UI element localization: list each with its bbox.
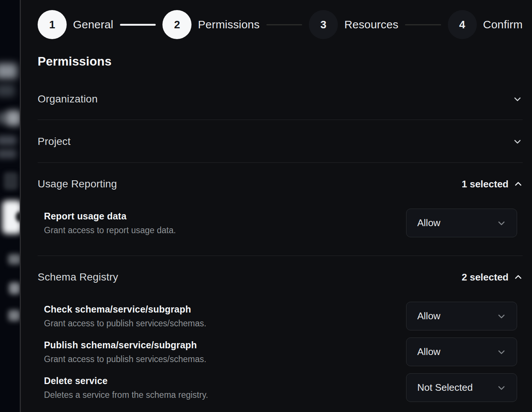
stepper-connector-complete [120,24,156,26]
dropdown-value: Not Selected [417,382,473,393]
dropdown-value: Allow [417,217,440,229]
dropdown-value: Allow [417,310,440,322]
step-1-label: General [73,18,113,31]
permission-row-text: Delete service Deletes a service from th… [44,375,208,400]
dropdown-value: Allow [417,346,440,358]
permission-row-check-schema: Check schema/service/subgraph Grant acce… [44,302,517,330]
step-1-circle: 1 [38,10,67,39]
permission-row-publish-schema: Publish schema/service/subgraph Grant ac… [44,337,517,366]
section-title-organization: Organization [38,93,98,105]
chevron-down-icon [497,383,506,392]
panel-left-border [20,0,21,412]
permission-description: Grant access to publish services/schemas… [44,318,206,329]
section-title-schema-registry: Schema Registry [38,271,118,283]
section-header-organization[interactable]: Organization [38,86,523,112]
section-divider [38,120,523,120]
delete-service-permission-dropdown[interactable]: Not Selected [406,373,517,402]
step-resources[interactable]: 3 Resources [309,10,398,39]
section-header-schema-registry[interactable]: Schema Registry 2 selected [38,264,523,290]
section-header-usage-reporting[interactable]: Usage Reporting 1 selected [38,171,523,197]
publish-schema-permission-dropdown[interactable]: Allow [406,337,517,366]
permission-row-delete-service: Delete service Deletes a service from th… [44,373,517,402]
check-schema-permission-dropdown[interactable]: Allow [406,302,517,330]
permission-title: Report usage data [44,211,176,222]
permission-row-report-usage: Report usage data Grant access to report… [44,209,517,237]
chevron-down-icon [497,219,506,228]
permission-title: Delete service [44,375,208,386]
permission-row-text: Report usage data Grant access to report… [44,211,176,235]
section-divider [38,162,523,163]
wizard-stepper: 1 General 2 Permissions 3 Resources 4 Co… [38,10,523,39]
permission-description: Grant access to report usage data. [44,225,176,235]
report-usage-permission-dropdown[interactable]: Allow [406,209,517,237]
usage-reporting-selected-count: 1 selected [462,178,523,190]
chevron-down-icon [497,348,506,356]
background-sidebar [0,0,20,412]
step-permissions[interactable]: 2 Permissions [162,10,260,39]
permission-title: Publish schema/service/subgraph [44,340,206,351]
selected-count-label: 2 selected [462,272,509,283]
permission-description: Deletes a service from the schema regist… [44,390,208,400]
blurred-sidebar-content [0,63,17,79]
section-title-usage-reporting: Usage Reporting [38,178,117,190]
selected-count-label: 1 selected [462,178,509,190]
chevron-down-icon [512,94,523,104]
blurred-sidebar-content [0,136,16,145]
permission-row-text: Publish schema/service/subgraph Grant ac… [44,340,206,364]
step-3-circle: 3 [309,10,338,39]
stepper-connector [266,24,302,25]
step-confirm[interactable]: 4 Confirm [448,10,523,39]
step-2-circle: 2 [162,10,191,39]
permission-title: Check schema/service/subgraph [44,304,206,315]
chevron-down-icon [497,312,506,321]
blurred-sidebar-content [0,149,16,159]
blurred-sidebar-content [0,84,15,97]
step-4-circle: 4 [448,10,477,39]
blurred-sidebar-content [9,282,20,294]
step-4-label: Confirm [483,18,523,31]
chevron-up-icon [514,273,523,282]
chevron-down-icon [512,136,523,147]
chevron-up-icon [514,180,523,188]
page-title: Permissions [38,54,111,69]
section-header-project[interactable]: Project [38,129,523,154]
stepper-connector [405,24,441,25]
step-3-label: Resources [344,18,398,31]
section-divider [38,256,523,256]
blurred-sidebar-content [6,110,20,126]
step-2-label: Permissions [198,18,260,31]
blurred-sidebar-icon [4,172,18,190]
step-general[interactable]: 1 General [38,10,113,39]
blurred-sidebar-content [8,310,20,321]
permission-row-text: Check schema/service/subgraph Grant acce… [44,304,206,329]
schema-registry-selected-count: 2 selected [462,272,523,283]
permission-description: Grant access to publish services/schemas… [44,354,206,364]
section-title-project: Project [38,136,71,148]
blurred-sidebar-content [8,254,20,264]
